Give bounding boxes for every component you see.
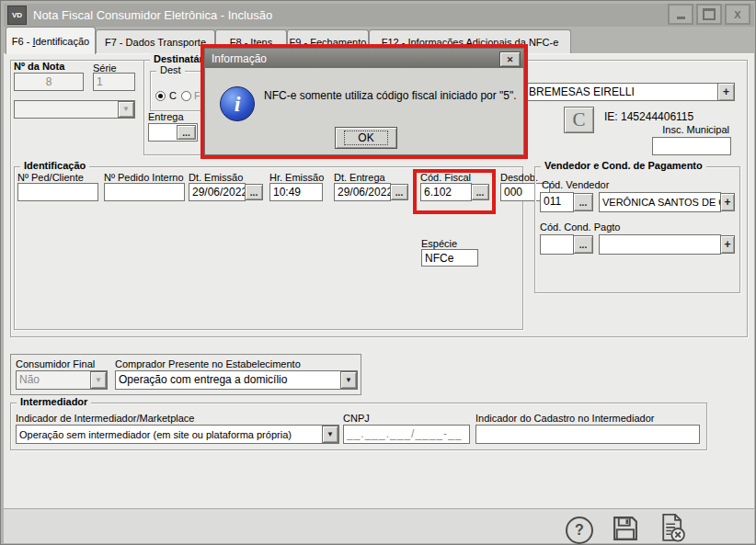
- window-title: Nota Fiscal Consumidor Eletrônica - Incl…: [33, 8, 272, 22]
- dest-radio-c-label: C: [169, 90, 177, 101]
- cod-vendedor-label: Cód. Vendedor: [542, 179, 609, 190]
- ok-button[interactable]: OK: [335, 127, 397, 149]
- cod-fiscal-label: Cód. Fiscal: [420, 172, 471, 183]
- vendedor-group-title: Vendedor e Cond. de Pagamento: [541, 160, 706, 171]
- cnpj-field[interactable]: __.___.___/____-__: [343, 425, 470, 444]
- cond-pagto-desc-field[interactable]: [599, 234, 721, 255]
- indicador-dropdown-button[interactable]: ▼: [322, 426, 338, 443]
- info-icon: i: [220, 86, 255, 121]
- pedido-interno-label: Nº Pedido Interno: [104, 172, 184, 183]
- cod-cond-pagto-label: Cód. Cond. Pagto: [540, 221, 620, 233]
- dest-subgroup-title: Dest: [156, 64, 185, 75]
- vendedor-add-button[interactable]: +: [720, 193, 735, 211]
- chevron-down-icon: ▼: [95, 377, 102, 384]
- ellipsis-icon: ...: [182, 128, 189, 138]
- identificacao-group-title: Identificação: [20, 160, 89, 171]
- comprador-select[interactable]: Operação com entrega a domicílio: [115, 370, 358, 390]
- comprador-label: Comprador Presente no Estabelecimento: [115, 358, 301, 369]
- cadastro-intermediador-field[interactable]: [475, 425, 700, 444]
- dest-radio-f-label: F: [194, 90, 200, 101]
- chevron-down-icon: ▼: [122, 106, 130, 113]
- company-add-button[interactable]: +: [717, 83, 735, 101]
- desdob-label: Desdob.: [500, 172, 538, 183]
- ie-text: IE: 145244406115: [604, 110, 693, 123]
- chevron-down-icon: ▼: [326, 431, 334, 438]
- dt-entrega-lookup-button[interactable]: ...: [390, 184, 408, 200]
- dialog-title: Informação: [212, 52, 267, 65]
- comprador-dropdown-button[interactable]: ▼: [340, 371, 357, 389]
- ped-cliente-label: Nº Ped/Cliente: [17, 172, 84, 183]
- consumidor-final-label: Consumidor Final: [16, 358, 95, 369]
- cod-cond-pagto-lookup-button[interactable]: ...: [573, 235, 593, 254]
- save-icon: [612, 515, 639, 542]
- entrega-lookup-button[interactable]: ...: [177, 125, 196, 140]
- dt-emissao-label: Dt. Emissão: [189, 172, 243, 183]
- cond-pagto-add-button[interactable]: +: [720, 235, 735, 254]
- dialog-title-bar: Informação: [205, 49, 523, 68]
- plus-icon: +: [724, 196, 730, 209]
- dt-entrega-label: Dt. Entrega: [334, 172, 385, 183]
- chevron-down-icon: ▼: [345, 377, 352, 384]
- app-icon: VD: [7, 6, 27, 25]
- ellipsis-icon: ...: [395, 187, 403, 198]
- nota-combo-dropdown-button[interactable]: ▼: [118, 101, 134, 118]
- plus-icon: +: [723, 85, 729, 98]
- nota-label: Nº da Nota: [14, 61, 64, 72]
- ellipsis-icon: ...: [579, 240, 587, 250]
- cadastro-intermediador-label: Indicador do Cadastro no Intermediador: [475, 413, 654, 424]
- dt-emissao-field[interactable]: 29/06/2022: [189, 183, 246, 201]
- entrega-label: Entrega: [148, 111, 184, 122]
- nota-field[interactable]: 8: [14, 73, 84, 91]
- ellipsis-icon: ...: [250, 187, 258, 198]
- cod-fiscal-field[interactable]: 6.102: [420, 183, 472, 201]
- tab-dados-transporte[interactable]: F7 - Dados Transporte: [96, 29, 215, 53]
- vendedor-nome-field[interactable]: VERÔNICA SANTOS DE OLIVE: [599, 192, 721, 212]
- cod-vendedor-lookup-button[interactable]: ...: [573, 193, 593, 211]
- cod-vendedor-field[interactable]: 011: [540, 192, 574, 212]
- especie-field[interactable]: NFCe: [421, 249, 478, 267]
- especie-label: Espécie: [421, 238, 457, 249]
- hr-emissao-field[interactable]: 10:49: [269, 183, 323, 201]
- consumidor-final-dropdown-button[interactable]: ▼: [90, 371, 107, 389]
- indicador-intermediador-label: Indicador de Intermediador/Marketplace: [16, 413, 194, 424]
- app-window: VD Nota Fiscal Consumidor Eletrônica - I…: [0, 0, 756, 545]
- dialog-close-button[interactable]: ✕: [499, 51, 521, 67]
- minimize-button[interactable]: [668, 4, 693, 25]
- title-bar: VD Nota Fiscal Consumidor Eletrônica - I…: [4, 4, 754, 27]
- tab-identificacao[interactable]: F6 - Identificação: [6, 27, 96, 54]
- intermediador-group-title: Intermediador: [17, 396, 91, 407]
- hr-emissao-label: Hr. Emissão: [269, 172, 324, 183]
- minimize-icon: [677, 17, 685, 19]
- c-button[interactable]: C: [564, 107, 594, 133]
- close-button[interactable]: X: [725, 4, 750, 25]
- serie-field[interactable]: 1: [93, 73, 135, 91]
- dest-radio-c[interactable]: [155, 91, 166, 101]
- bottom-toolbar: [4, 508, 754, 543]
- ped-cliente-field[interactable]: [17, 183, 98, 201]
- dest-radio-f[interactable]: [181, 91, 191, 101]
- close-icon: X: [734, 9, 740, 20]
- dt-emissao-lookup-button[interactable]: ...: [245, 184, 263, 200]
- ellipsis-icon: ...: [476, 187, 484, 198]
- pedido-interno-field[interactable]: [104, 183, 185, 201]
- indicador-intermediador-select[interactable]: Operação sem intermediador (em site ou p…: [16, 425, 339, 444]
- cod-cond-pagto-field[interactable]: [540, 234, 574, 255]
- save-button[interactable]: [612, 515, 639, 542]
- dialog-message: NFC-e somente utiliza código fiscal inic…: [264, 89, 520, 102]
- cod-fiscal-lookup-button[interactable]: ...: [471, 184, 489, 200]
- insc-municipal-label: Insc. Municipal: [645, 124, 729, 135]
- maximize-icon: [703, 8, 716, 20]
- maximize-button[interactable]: [696, 4, 722, 25]
- help-button[interactable]: ?: [566, 517, 593, 544]
- insc-municipal-field[interactable]: [652, 137, 731, 155]
- document-cancel-icon: [658, 513, 687, 543]
- ellipsis-icon: ...: [579, 198, 587, 208]
- close-icon: ✕: [507, 55, 514, 64]
- plus-icon: +: [724, 238, 730, 251]
- dialog-highlight: Informação ✕ i NFC-e somente utiliza cód…: [200, 44, 528, 159]
- question-icon: ?: [575, 522, 584, 539]
- cancel-document-button[interactable]: [658, 513, 687, 543]
- dt-entrega-field[interactable]: 29/06/2022: [334, 183, 391, 201]
- company-field[interactable]: BREMESAS EIRELLI: [525, 83, 718, 101]
- cnpj-label: CNPJ: [343, 413, 370, 424]
